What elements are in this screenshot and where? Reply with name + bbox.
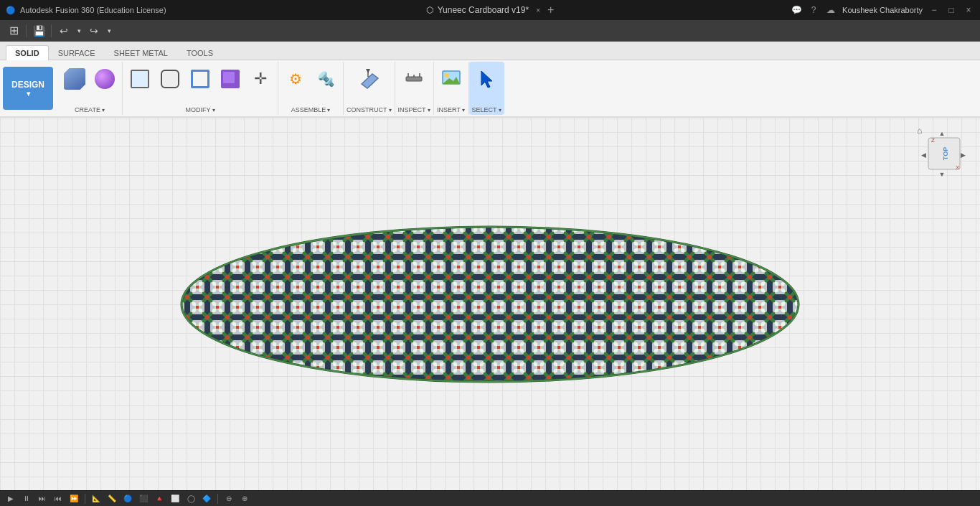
toolbar-group-inspect: INSPECT ▾ — [395, 62, 434, 115]
assemble-joint2-btn[interactable]: 🔩 — [311, 65, 340, 93]
status-zoom-out[interactable]: ⊖ — [224, 494, 234, 504]
create-new-body-btn[interactable] — [60, 65, 89, 93]
redo-arrow[interactable]: ▾ — [105, 23, 113, 39]
status-tool-3[interactable]: 🔵 — [123, 494, 133, 504]
status-separator-2 — [217, 494, 218, 504]
modify-press-pull-btn[interactable] — [126, 65, 154, 93]
title-bar-left: 🔵 Autodesk Fusion 360 (Education License… — [6, 6, 166, 15]
notification-icon[interactable]: 💬 — [791, 4, 802, 16]
select-group-label[interactable]: SELECT ▾ — [472, 106, 501, 113]
tab-solid[interactable]: SOLID — [6, 45, 49, 60]
svg-text:X: X — [956, 164, 960, 171]
svg-point-8 — [445, 73, 449, 78]
minimize-btn[interactable]: − — [928, 4, 940, 16]
viewcube[interactable]: ⌂ ▲ ▼ ◀ ▶ TOP Z X — [915, 125, 973, 182]
status-zoom-in[interactable]: ⊕ — [240, 494, 250, 504]
title-bar-center: ⬡ Yuneec Cardboard v19* × + — [426, 4, 555, 17]
insert-group-label[interactable]: INSERT ▾ — [437, 106, 465, 113]
create-group-label[interactable]: CREATE ▾ — [75, 106, 105, 113]
prev-icon[interactable]: ⏮ — [53, 494, 63, 504]
modify-combine-btn[interactable] — [216, 65, 245, 93]
insert-buttons — [437, 65, 466, 93]
app-icon: 🔵 — [6, 6, 16, 15]
status-tool-2[interactable]: 📏 — [107, 494, 117, 504]
toolbar-group-modify: ✛ MODIFY ▾ — [123, 62, 278, 115]
design-label: DESIGN — [11, 80, 44, 90]
modify-move-btn[interactable]: ✛ — [246, 65, 275, 93]
toolbar-group-insert: INSERT ▾ — [434, 62, 469, 115]
assemble-group-label[interactable]: ASSEMBLE ▾ — [291, 106, 331, 113]
pause-icon[interactable]: ⏸ — [22, 494, 32, 504]
undo-btn[interactable]: ↩ — [56, 23, 72, 39]
status-tool-7[interactable]: ◯ — [186, 494, 196, 504]
status-tool-6[interactable]: ⬜ — [170, 494, 180, 504]
inspect-measure-btn[interactable] — [400, 65, 428, 93]
next-icon[interactable]: ⏭ — [37, 494, 47, 504]
toolbar-group-create: CREATE ▾ — [57, 62, 123, 115]
status-fast[interactable]: ⏩ — [69, 494, 79, 504]
main-layout: ⊞ 💾 ↩ ▾ ↪ ▾ SOLID SURFACE SHEET METAL TO… — [0, 20, 980, 506]
svg-text:⌂: ⌂ — [917, 126, 922, 136]
viewport[interactable]: ⌂ ▲ ▼ ◀ ▶ TOP Z X — [0, 118, 980, 490]
save-btn[interactable]: 💾 — [31, 23, 47, 39]
svg-rect-3 — [406, 77, 422, 81]
status-tool-1[interactable]: 📐 — [91, 494, 101, 504]
construct-group-label[interactable]: CONSTRUCT ▾ — [347, 106, 392, 113]
fast-icon[interactable]: ⏩ — [69, 494, 79, 504]
separator-2 — [51, 24, 52, 37]
design-button[interactable]: DESIGN ▾ — [3, 67, 53, 110]
toolbar: DESIGN ▾ CREATE ▾ — [0, 60, 980, 118]
create-buttons — [60, 65, 119, 93]
status-tool-4[interactable]: ⬛ — [138, 494, 149, 504]
tab-tools[interactable]: TOOLS — [177, 45, 222, 60]
maximize-btn[interactable]: □ — [946, 4, 957, 16]
status-pause[interactable]: ⏸ — [22, 494, 32, 504]
status-play[interactable]: ▶ — [6, 494, 16, 504]
model-viewport — [167, 197, 813, 412]
status-separator — [85, 494, 85, 504]
user-label[interactable]: Kousheek Chakraborty — [842, 6, 923, 14]
create-sphere-btn[interactable] — [90, 65, 119, 93]
svg-text:▲: ▲ — [939, 130, 946, 137]
tab-surface[interactable]: SURFACE — [49, 45, 105, 60]
construct-buttons — [354, 65, 383, 93]
quick-access-toolbar: ⊞ 💾 ↩ ▾ ↪ ▾ — [0, 20, 980, 42]
svg-marker-0 — [362, 74, 378, 88]
svg-text:▼: ▼ — [939, 171, 946, 178]
assemble-joint-btn[interactable]: ⚙ — [281, 65, 310, 93]
status-prev[interactable]: ⏮ — [53, 494, 63, 504]
file-tab-title: Yuneec Cardboard v19* — [438, 5, 529, 15]
separator — [26, 24, 27, 37]
svg-text:TOP: TOP — [942, 147, 949, 160]
new-tab-btn[interactable]: + — [547, 4, 554, 17]
cloud-icon[interactable]: ☁ — [825, 4, 837, 16]
tab-bar: SOLID SURFACE SHEET METAL TOOLS — [0, 42, 980, 60]
toolbar-group-assemble: ⚙ 🔩 ASSEMBLE ▾ — [278, 62, 344, 115]
file-tab-close[interactable]: × — [536, 6, 540, 14]
content-area: ⌂ ▲ ▼ ◀ ▶ TOP Z X — [0, 118, 980, 490]
grid-icon[interactable]: ⊞ — [6, 23, 22, 39]
svg-marker-2 — [366, 69, 370, 73]
top-bars: ⊞ 💾 ↩ ▾ ↪ ▾ SOLID SURFACE SHEET METAL TO… — [0, 20, 980, 118]
tab-sheetmetal[interactable]: SHEET METAL — [105, 45, 177, 60]
modify-shell-btn[interactable] — [186, 65, 215, 93]
close-btn[interactable]: × — [963, 4, 974, 16]
modify-fillet-btn[interactable] — [156, 65, 184, 93]
redo-btn[interactable]: ↪ — [86, 23, 102, 39]
status-tool-8[interactable]: 🔷 — [202, 494, 212, 504]
insert-canvas-btn[interactable] — [437, 65, 466, 93]
inspect-group-label[interactable]: INSPECT ▾ — [398, 106, 430, 113]
construct-plane-btn[interactable] — [354, 65, 383, 93]
status-tool-5[interactable]: 🔺 — [154, 494, 164, 504]
file-tab-icon: ⬡ — [426, 5, 433, 15]
modify-buttons: ✛ — [126, 65, 275, 93]
status-next[interactable]: ⏭ — [37, 494, 47, 504]
play-icon[interactable]: ▶ — [6, 494, 16, 504]
undo-arrow[interactable]: ▾ — [75, 23, 83, 39]
select-tool-btn[interactable] — [472, 65, 501, 93]
help-icon[interactable]: ? — [808, 4, 819, 16]
toolbar-group-select: SELECT ▾ — [469, 62, 504, 115]
assemble-buttons: ⚙ 🔩 — [281, 65, 340, 93]
svg-text:▶: ▶ — [961, 151, 966, 159]
modify-group-label[interactable]: MODIFY ▾ — [186, 106, 215, 113]
